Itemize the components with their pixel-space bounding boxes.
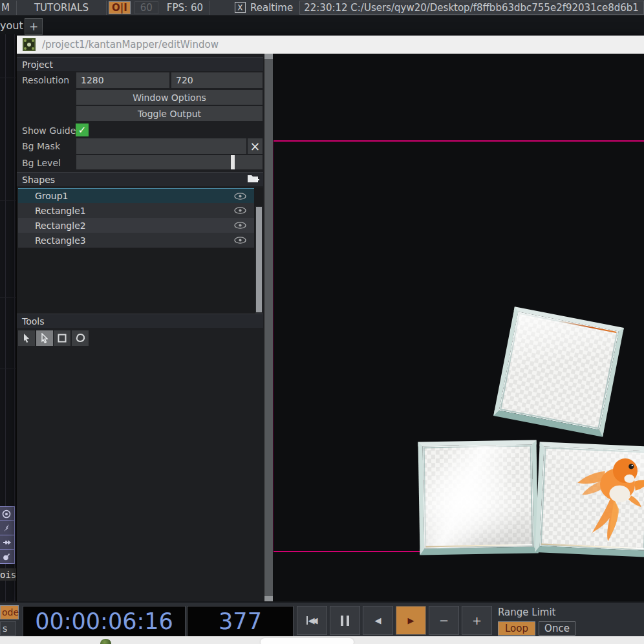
tool-edit-points-cursor[interactable] <box>36 330 53 346</box>
scrollbar-cap-top[interactable] <box>264 54 274 59</box>
kantan-mapper-icon <box>23 38 36 51</box>
network-gridline <box>0 369 16 369</box>
lightning-icon[interactable] <box>0 521 15 535</box>
rate-value[interactable]: 60 <box>134 1 158 14</box>
visibility-eye-icon[interactable] <box>234 191 246 202</box>
shape-row-group1[interactable]: Group1 <box>18 188 254 203</box>
window-title-bar[interactable]: /project1/kantanMapper/editWindow <box>17 36 644 54</box>
visibility-eye-icon[interactable] <box>234 235 246 246</box>
pause-icon <box>341 616 343 626</box>
project-section-header[interactable]: Project <box>17 57 263 71</box>
window-title: /project1/kantanMapper/editWindow <box>42 39 219 50</box>
arrow-icon[interactable] <box>0 535 15 550</box>
shape-name: Group1 <box>35 191 69 201</box>
visibility-eye-icon[interactable] <box>234 220 246 231</box>
once-button[interactable]: Once <box>539 621 575 636</box>
tool-rectangle[interactable] <box>54 330 70 346</box>
frame-display[interactable]: 377 <box>187 606 294 637</box>
tool-move-cursor[interactable] <box>18 330 35 346</box>
parameter-panel: Project Resolution 1280 720 Window Optio… <box>17 54 263 601</box>
units-button-partial[interactable]: s <box>0 621 16 636</box>
pane-tab-strip <box>0 16 644 34</box>
plus-icon: + <box>472 614 482 627</box>
rewind-button[interactable]: ◀◀ <box>297 606 327 635</box>
realtime-label: Realtime <box>250 2 293 14</box>
rewind-icon: ◀◀ <box>308 616 318 625</box>
oi-toggle-button[interactable]: O|I <box>109 1 131 14</box>
timeline-bar: ode s 00:00:06:16 377 ◀◀ ◀ ▶ − + Range L… <box>0 601 644 638</box>
pause-button[interactable] <box>330 606 360 635</box>
bg-mask-clear-button[interactable]: × <box>248 138 263 154</box>
shapes-list-scrollbar-thumb[interactable] <box>256 207 262 312</box>
target-icon[interactable] <box>0 506 15 521</box>
guide-line-left <box>274 142 274 551</box>
shapes-section-header[interactable]: Shapes <box>17 172 263 186</box>
fishtank-shape-top[interactable] <box>493 306 624 437</box>
bg-level-label: Bg Level <box>22 155 61 171</box>
menu-tab-tutorials[interactable]: TUTORIALS <box>17 1 107 15</box>
network-gridline <box>0 200 16 201</box>
step-back-icon: ◀ <box>375 616 381 625</box>
pause-icon <box>347 616 349 626</box>
add-pane-tab-button[interactable]: + <box>25 18 43 35</box>
tools-section-header[interactable]: Tools <box>17 314 263 328</box>
shape-name: Rectangle1 <box>35 206 86 216</box>
scrollbar-cap-bottom[interactable] <box>264 596 274 601</box>
loop-button[interactable]: Loop <box>498 621 535 636</box>
range-minus-button[interactable]: − <box>429 606 459 635</box>
shape-name: Rectangle3 <box>35 235 86 246</box>
shape-name: Rectangle2 <box>35 220 86 231</box>
show-guide-label: Show Guide <box>22 123 76 138</box>
mapping-canvas[interactable] <box>273 54 644 601</box>
goldfish-image <box>540 447 644 551</box>
shapes-list-scrollbar[interactable] <box>255 206 263 314</box>
shape-row-rectangle1[interactable]: Rectangle1 <box>18 203 254 218</box>
layout-tab-partial[interactable]: yout <box>0 19 23 32</box>
range-plus-button[interactable]: + <box>462 606 492 635</box>
shape-row-rectangle3[interactable]: Rectangle3 <box>18 233 254 248</box>
status-path-display: 22:30:12 C:/Users/qyw20/Desktop/f8ffbb63… <box>299 1 644 15</box>
pin-icon[interactable] <box>0 549 15 564</box>
network-gridline <box>0 297 16 298</box>
range-limit-label: Range Limit <box>498 606 556 618</box>
show-guide-checkbox[interactable]: ✓ <box>76 123 89 136</box>
toggle-output-button[interactable]: Toggle Output <box>76 106 263 121</box>
tool-freeform[interactable] <box>72 330 89 346</box>
timecode-display[interactable]: 00:00:06:16 <box>23 606 186 637</box>
realtime-checkbox[interactable]: X <box>235 2 246 13</box>
play-button[interactable]: ▶ <box>396 606 426 635</box>
menu-tab-m[interactable]: M <box>0 1 17 15</box>
rewind-bar-glyph <box>306 616 308 625</box>
fishtank-shape-goldfish[interactable] <box>535 442 644 557</box>
bottom-window-icon <box>100 639 111 644</box>
resolution-width-field[interactable]: 1280 <box>76 72 169 88</box>
guide-line-top <box>274 140 644 142</box>
bottom-window-pill <box>261 638 354 644</box>
glass-sheen <box>423 445 534 549</box>
visibility-eye-icon[interactable] <box>234 206 246 216</box>
play-icon: ▶ <box>408 616 414 625</box>
network-gridline <box>0 78 16 78</box>
fishtank-shape-left[interactable] <box>418 440 538 555</box>
top-menu-bar: M TUTORIALS O|I 60 FPS: 60 X Realtime 22… <box>0 0 644 16</box>
minus-icon: − <box>439 614 449 627</box>
bottom-window-edge <box>0 636 644 644</box>
bg-level-slider-handle[interactable] <box>231 155 235 169</box>
shape-row-rectangle2[interactable]: Rectangle2 <box>18 218 254 233</box>
bg-mask-label: Bg Mask <box>22 138 60 154</box>
add-group-icon[interactable] <box>247 173 260 187</box>
mode-button-partial[interactable]: ode <box>0 605 19 619</box>
shapes-list: Group1 Rectangle1 Rectangle2 <box>17 188 263 314</box>
fps-display: FPS: 60 <box>160 1 210 15</box>
node-name-partial[interactable]: ois <box>0 568 17 581</box>
window-options-button[interactable]: Window Options <box>76 90 263 105</box>
touchdesigner-screen: M TUTORIALS O|I 60 FPS: 60 X Realtime 22… <box>0 0 644 644</box>
kantan-mapper-window: /project1/kantanMapper/editWindow Projec… <box>16 36 644 601</box>
step-back-button[interactable]: ◀ <box>363 606 393 635</box>
resolution-height-field[interactable]: 720 <box>171 72 263 88</box>
resolution-label: Resolution <box>22 72 69 88</box>
bg-level-slider[interactable] <box>76 155 263 169</box>
bg-mask-field[interactable] <box>76 138 246 154</box>
